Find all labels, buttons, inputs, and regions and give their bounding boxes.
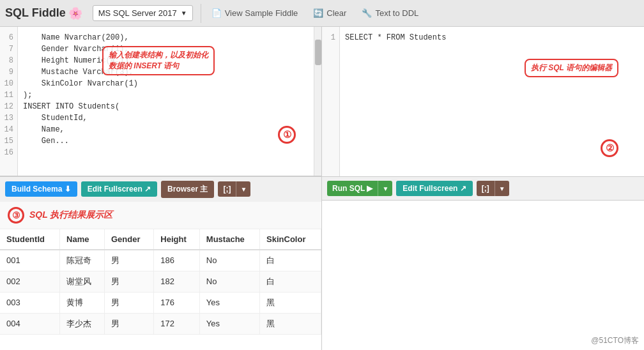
results-table: StudentIdNameGenderHeightMustacheSkinCol… xyxy=(0,229,321,335)
edit-fullscreen-left-button[interactable]: Edit Fullscreen ↗ xyxy=(81,181,157,197)
build-schema-button[interactable]: Build Schema ⬇ xyxy=(5,181,77,197)
table-cell: 黑 xyxy=(260,292,321,313)
table-header-cell: Mustache xyxy=(199,229,259,250)
chevron-down-icon: ▼ xyxy=(181,10,187,17)
semicolon-right-main[interactable]: [;] xyxy=(477,181,494,196)
table-row: 002谢堂风男182No白 xyxy=(0,271,321,292)
semicolon-split-right: [;] ▼ xyxy=(477,181,509,196)
table-cell: 003 xyxy=(0,292,60,313)
view-sample-label: View Sample Fiddle xyxy=(225,8,298,18)
scrollbar-thumb xyxy=(315,40,321,65)
table-header-cell: Name xyxy=(60,229,105,250)
view-sample-icon: 📄 xyxy=(211,8,222,18)
table-cell: 男 xyxy=(104,271,153,292)
semicolon-right-label: [;] xyxy=(482,184,489,193)
edit-fullscreen-left-label: Edit Fullscreen ↗ xyxy=(88,185,151,194)
toolbar-divider xyxy=(201,4,201,23)
table-cell: 182 xyxy=(154,271,200,292)
main-content: 678910111213141516 Name Nvarchar(200), G… xyxy=(0,27,644,350)
left-panel: 678910111213141516 Name Nvarchar(200), G… xyxy=(0,27,322,350)
logo-icon: 🌸 xyxy=(68,6,82,20)
table-header-cell: Gender xyxy=(104,229,153,250)
table-header-cell: SkinColor xyxy=(260,229,321,250)
browser-label: Browser 主 xyxy=(167,184,208,195)
table-cell: 176 xyxy=(154,292,200,313)
db-selector[interactable]: MS SQL Server 2017 ▼ xyxy=(93,5,193,21)
run-sql-label: Run SQL ▶ xyxy=(332,184,372,193)
results-body: 001陈冠奇男186No白002谢堂风男182No白003黄博男176Yes黑0… xyxy=(0,250,321,335)
sql-editor-actions: Run SQL ▶ ▼ Edit Fullscreen ↗ [;] ▼ xyxy=(322,177,644,201)
run-sql-button[interactable]: Run SQL ▶ xyxy=(327,181,378,196)
schema-editor[interactable]: 678910111213141516 Name Nvarchar(200), G… xyxy=(0,27,321,176)
table-cell: 李少杰 xyxy=(60,313,105,334)
clear-label: Clear xyxy=(326,8,346,18)
line-numbers: 678910111213141516 xyxy=(0,27,18,176)
schema-editor-actions: Build Schema ⬇ Edit Fullscreen ↗ Browser… xyxy=(0,176,321,202)
db-selector-label: MS SQL Server 2017 xyxy=(98,8,177,18)
table-cell: 男 xyxy=(104,292,153,313)
table-cell: 男 xyxy=(104,250,153,271)
semicolon-left-main[interactable]: [;] xyxy=(218,181,236,197)
table-header-cell: Height xyxy=(154,229,200,250)
edit-fullscreen-right-label: Edit Fullscreen ↗ xyxy=(402,184,466,193)
sql-code[interactable]: SELECT * FROM Students xyxy=(340,27,644,176)
right-panel: 1 SELECT * FROM Students 执行 SQL 语句的编辑器 ②… xyxy=(322,27,644,350)
logo-text: SQL Fiddle xyxy=(5,6,66,20)
sql-exec-label-text: SQL 执行结果展示区 xyxy=(29,209,112,221)
build-schema-label: Build Schema ⬇ xyxy=(12,185,71,194)
table-cell: 白 xyxy=(260,250,321,271)
right-bottom-space xyxy=(322,201,644,350)
semicolon-right-arrow[interactable]: ▼ xyxy=(494,181,509,196)
browser-button[interactable]: Browser 主 xyxy=(161,181,214,198)
table-row: 004李少杰男172Yes黑 xyxy=(0,313,321,334)
logo: SQL Fiddle 🌸 xyxy=(5,6,82,20)
table-cell: 谢堂风 xyxy=(60,271,105,292)
table-cell: 172 xyxy=(154,313,200,334)
table-header-cell: StudentId xyxy=(0,229,60,250)
semicolon-left-label: [;] xyxy=(223,185,231,194)
table-cell: Yes xyxy=(199,313,259,334)
table-cell: 004 xyxy=(0,313,60,334)
table-cell: No xyxy=(199,250,259,271)
circle-3: ③ xyxy=(8,207,24,224)
table-cell: 男 xyxy=(104,313,153,334)
text-to-ddl-icon: 🔧 xyxy=(362,8,372,18)
table-cell: Yes xyxy=(199,292,259,313)
table-row: 001陈冠奇男186No白 xyxy=(0,250,321,271)
table-cell: 陈冠奇 xyxy=(60,250,105,271)
table-cell: 黑 xyxy=(260,313,321,334)
scrollbar[interactable] xyxy=(314,27,321,176)
run-sql-split: Run SQL ▶ ▼ xyxy=(327,181,392,196)
semicolon-left-arrow[interactable]: ▼ xyxy=(236,181,250,197)
sql-line-numbers: 1 xyxy=(322,27,340,176)
semicolon-split-left: [;] ▼ xyxy=(218,181,250,197)
toolbar: SQL Fiddle 🌸 MS SQL Server 2017 ▼ 📄 View… xyxy=(0,0,644,27)
table-cell: 白 xyxy=(260,271,321,292)
table-header-row: StudentIdNameGenderHeightMustacheSkinCol… xyxy=(0,229,321,250)
clear-icon: 🔄 xyxy=(313,8,323,18)
table-cell: 186 xyxy=(154,250,200,271)
schema-code[interactable]: Name Nvarchar(200), Gender Nvarchar(1), … xyxy=(18,27,314,176)
view-sample-button[interactable]: 📄 View Sample Fiddle xyxy=(204,4,306,22)
edit-fullscreen-right-button[interactable]: Edit Fullscreen ↗ xyxy=(396,181,472,196)
table-row: 003黄博男176Yes黑 xyxy=(0,292,321,313)
table-cell: No xyxy=(199,271,259,292)
run-sql-arrow[interactable]: ▼ xyxy=(378,181,392,196)
text-to-ddl-button[interactable]: 🔧 Text to DDL xyxy=(354,4,426,22)
sql-exec-label: ③ SQL 执行结果展示区 xyxy=(0,202,321,229)
sql-editor[interactable]: 1 SELECT * FROM Students 执行 SQL 语句的编辑器 ② xyxy=(322,27,644,177)
text-to-ddl-label: Text to DDL xyxy=(375,8,418,18)
table-cell: 001 xyxy=(0,250,60,271)
clear-button[interactable]: 🔄 Clear xyxy=(305,4,354,22)
table-cell: 002 xyxy=(0,271,60,292)
results-panel: ③ SQL 执行结果展示区 StudentIdNameGenderHeightM… xyxy=(0,202,321,351)
table-cell: 黄博 xyxy=(60,292,105,313)
